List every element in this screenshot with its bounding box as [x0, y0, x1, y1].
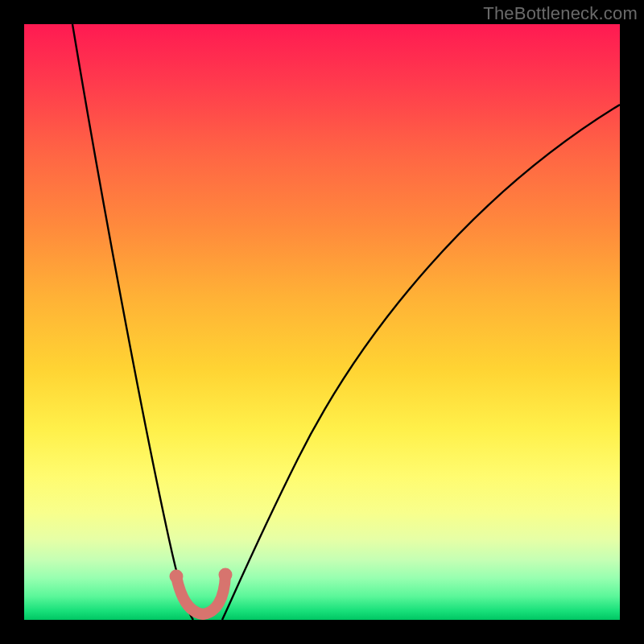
- bottleneck-curve-right: [222, 105, 620, 620]
- marker-dot-icon: [170, 570, 184, 584]
- plot-area: [24, 24, 620, 620]
- optimum-u-marker: [176, 575, 225, 614]
- watermark-text: TheBottleneck.com: [483, 3, 638, 24]
- curve-layer: [24, 24, 620, 620]
- bottleneck-curve-left: [72, 24, 193, 620]
- marker-dot-icon: [219, 568, 233, 582]
